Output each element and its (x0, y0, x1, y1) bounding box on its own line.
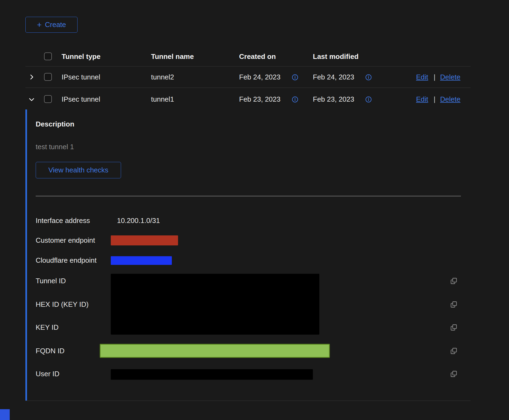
info-icon[interactable] (365, 74, 372, 82)
header-last-modified: Last modified (313, 52, 359, 61)
copy-icon[interactable] (450, 347, 457, 356)
divider (25, 66, 471, 66)
fqdn-id-label: FQDN ID (36, 347, 65, 355)
copy-icon[interactable] (450, 324, 457, 332)
customer-endpoint-redacted-value (111, 235, 178, 245)
user-id-redacted-value (111, 369, 313, 380)
key-id-label: KEY ID (36, 323, 59, 331)
header-tunnel-type: Tunnel type (62, 52, 101, 61)
cloudflare-endpoint-redacted-value (111, 256, 172, 265)
divider (25, 401, 471, 401)
view-health-checks-button[interactable]: View health checks (36, 162, 121, 178)
user-id-label: User ID (36, 370, 59, 378)
delete-link[interactable]: Delete (440, 95, 460, 103)
edit-link[interactable]: Edit (416, 73, 428, 81)
divider (25, 88, 471, 88)
fqdn-id-redacted-value (100, 344, 330, 358)
edit-link[interactable]: Edit (416, 95, 428, 103)
info-icon[interactable] (292, 96, 298, 104)
header-created-on: Created on (239, 52, 276, 61)
tunnel-name-cell: tunnel1 (151, 95, 174, 103)
chevron-down-icon[interactable] (28, 96, 35, 104)
last-modified-cell: Feb 23, 2023 (313, 95, 354, 103)
view-health-checks-label: View health checks (48, 166, 108, 174)
tunnel-type-cell: IPsec tunnel (62, 73, 100, 81)
last-modified-cell: Feb 24, 2023 (313, 73, 354, 81)
cloudflare-endpoint-label: Cloudflare endpoint (36, 256, 97, 264)
header-tunnel-name: Tunnel name (151, 52, 194, 61)
select-all-checkbox[interactable] (44, 52, 52, 60)
expanded-row-accent-bar (25, 109, 27, 401)
created-on-cell: Feb 23, 2023 (239, 95, 280, 103)
create-button-label: Create (45, 21, 66, 29)
action-separator: | (434, 73, 436, 81)
description-label: Description (36, 120, 74, 128)
tunnels-page: + Create Tunnel type Tunnel name Created… (0, 0, 509, 420)
row-checkbox[interactable] (44, 95, 52, 103)
customer-endpoint-label: Customer endpoint (36, 236, 95, 244)
copy-icon[interactable] (450, 301, 457, 309)
ids-redacted-block (111, 274, 319, 335)
divider (36, 196, 461, 196)
chevron-right-icon[interactable] (28, 74, 35, 82)
tunnel-type-cell: IPsec tunnel (62, 95, 100, 103)
delete-link[interactable]: Delete (440, 73, 460, 81)
interface-address-value: 10.200.1.0/31 (117, 216, 160, 225)
info-icon[interactable] (292, 74, 298, 82)
interface-address-label: Interface address (36, 216, 90, 225)
row-checkbox[interactable] (44, 73, 52, 81)
plus-icon: + (37, 21, 42, 28)
description-value: test tunnel 1 (36, 143, 74, 151)
hex-id-label: HEX ID (KEY ID) (36, 300, 89, 308)
created-on-cell: Feb 24, 2023 (239, 73, 280, 81)
corner-accent-strip (0, 409, 10, 420)
tunnel-id-label: Tunnel ID (36, 277, 66, 285)
copy-icon[interactable] (450, 277, 457, 286)
info-icon[interactable] (365, 96, 372, 104)
copy-icon[interactable] (450, 370, 457, 379)
tunnel-name-cell: tunnel2 (151, 73, 174, 81)
create-button[interactable]: + Create (25, 17, 78, 33)
action-separator: | (434, 95, 436, 103)
